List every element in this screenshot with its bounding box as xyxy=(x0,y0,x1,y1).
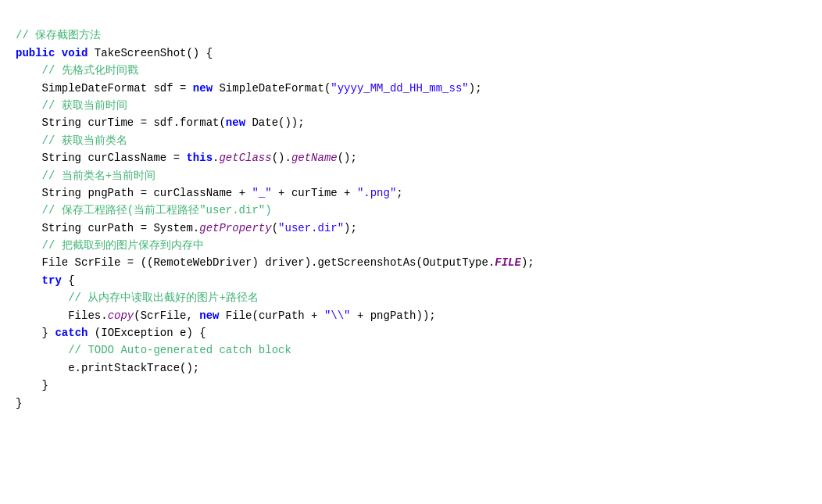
comment-2: // 先格式化时间戳 xyxy=(42,64,138,77)
method-getclass: getClass xyxy=(219,152,271,164)
keyword-new-2: new xyxy=(226,116,245,129)
keyword-this: this xyxy=(186,152,213,164)
string-5: "\\" xyxy=(324,309,351,322)
comment-7: // 把截取到的图片保存到内存中 xyxy=(42,239,204,252)
string-4: "user.dir" xyxy=(278,222,344,234)
code-block: // 保存截图方法 public void TakeScreenShot() {… xyxy=(16,9,806,429)
comment-4: // 获取当前类名 xyxy=(42,134,127,147)
comment-8: // 从内存中读取出截好的图片+路径名 xyxy=(68,291,259,304)
comment-todo: // TODO Auto-generated catch block xyxy=(16,344,291,356)
comment-5: // 当前类名+当前时间 xyxy=(42,170,156,182)
comment-6: // 保存工程路径(当前工程路径"user.dir") xyxy=(42,204,272,216)
keyword-new-1: new xyxy=(193,82,213,95)
method-copy: copy xyxy=(108,309,134,322)
comment-1: // 保存截图方法 xyxy=(16,29,101,41)
keyword-public: public xyxy=(16,47,55,59)
keyword-new-3: new xyxy=(199,309,219,322)
method-getproperty: getProperty xyxy=(199,222,271,234)
string-2: "_" xyxy=(252,187,271,199)
code-container: // 保存截图方法 public void TakeScreenShot() {… xyxy=(0,0,822,504)
keyword-void: void xyxy=(62,47,88,59)
method-getname: getName xyxy=(291,152,338,164)
string-1: "yyyy_MM_dd_HH_mm_ss" xyxy=(331,82,468,95)
keyword-try: try xyxy=(42,274,62,287)
comment-3: // 获取当前时间 xyxy=(42,99,127,112)
string-3: ".png" xyxy=(357,187,396,199)
field-file: FILE xyxy=(495,256,521,269)
keyword-catch: catch xyxy=(55,327,88,339)
